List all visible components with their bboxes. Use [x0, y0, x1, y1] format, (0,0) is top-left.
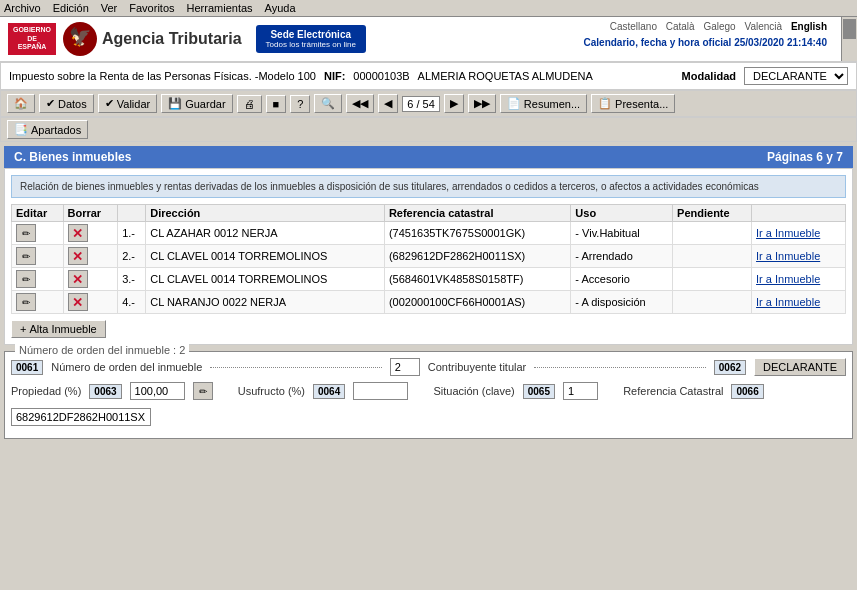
lang-catala[interactable]: Català: [666, 21, 695, 32]
label-situacion: Situación (clave): [433, 385, 514, 397]
row-referencia: (7451635TK7675S0001GK): [384, 222, 570, 245]
zoom-button[interactable]: 🔍: [314, 94, 342, 113]
col-uso: Uso: [571, 205, 673, 222]
section-title: C. Bienes inmuebles: [14, 150, 131, 164]
field-0064: 0064: [313, 384, 345, 399]
nif-label: NIF:: [324, 70, 345, 82]
bottom-form: Número de orden del inmueble : 2 0061 Nú…: [4, 351, 853, 439]
stop-icon: ■: [273, 98, 280, 110]
presenta-button[interactable]: 📋 Presenta...: [591, 94, 675, 113]
sede-badge: Sede Electrónica Todos los trámites on l…: [256, 25, 366, 53]
guardar-button[interactable]: 💾 Guardar: [161, 94, 232, 113]
form-row-1: 0061 Número de orden del inmueble Contri…: [11, 358, 846, 376]
col-borrar: Borrar: [63, 205, 118, 222]
prev-page-button[interactable]: ◀: [378, 94, 398, 113]
lang-galego[interactable]: Galego: [703, 21, 735, 32]
menu-archivo[interactable]: Archivo: [4, 2, 41, 14]
next-page-button[interactable]: ▶: [444, 94, 464, 113]
input-propiedad[interactable]: [130, 382, 185, 400]
menu-edicion[interactable]: Edición: [53, 2, 89, 14]
aeat-logo: 🦅 Agencia Tributaria: [62, 21, 242, 57]
col-editar: Editar: [12, 205, 64, 222]
row-referencia: (6829612DF2862H0011SX): [384, 245, 570, 268]
lang-valencia[interactable]: Valencià: [744, 21, 782, 32]
presenta-icon: 📋: [598, 97, 612, 110]
form-row-2: Propiedad (%) 0063 ✏ Usufructo (%) 0064 …: [11, 382, 846, 426]
ir-inmueble-link-3[interactable]: Ir a Inmueble: [756, 296, 820, 308]
input-referencia[interactable]: [11, 408, 151, 426]
row-uso: - Viv.Habitual: [571, 222, 673, 245]
menubar: Archivo Edición Ver Favoritos Herramient…: [0, 0, 857, 17]
label-propiedad: Propiedad (%): [11, 385, 81, 397]
menu-ver[interactable]: Ver: [101, 2, 118, 14]
edit-row-0-button[interactable]: ✏: [16, 224, 36, 242]
validar-button[interactable]: ✔ Validar: [98, 94, 157, 113]
menu-herramientas[interactable]: Herramientas: [187, 2, 253, 14]
edit-propiedad-button[interactable]: ✏: [193, 382, 213, 400]
lang-english[interactable]: English: [791, 21, 827, 32]
apartados-button[interactable]: 📑 Apartados: [7, 120, 88, 139]
col-referencia: Referencia catastral: [384, 205, 570, 222]
home-button[interactable]: 🏠: [7, 94, 35, 113]
header-scrollbar[interactable]: [841, 17, 857, 61]
datos-icon: ✔: [46, 97, 55, 110]
label-orden: Número de orden del inmueble: [51, 361, 202, 373]
edit-row-3-button[interactable]: ✏: [16, 293, 36, 311]
declarante-button[interactable]: DECLARANTE: [754, 358, 846, 376]
datos-button[interactable]: ✔ Datos: [39, 94, 94, 113]
last-page-button[interactable]: ▶▶: [468, 94, 496, 113]
lang-castellano[interactable]: Castellano: [610, 21, 657, 32]
delete-row-0-button[interactable]: ✕: [68, 224, 88, 242]
help-button[interactable]: ?: [290, 95, 310, 113]
row-uso: - Accesorio: [571, 268, 673, 291]
edit-row-2-button[interactable]: ✏: [16, 270, 36, 288]
apartados-icon: 📑: [14, 123, 28, 136]
first-page-button[interactable]: ◀◀: [346, 94, 374, 113]
stop-button[interactable]: ■: [266, 95, 287, 113]
resumen-button[interactable]: 📄 Resumen...: [500, 94, 587, 113]
toolbar: 🏠 ✔ Datos ✔ Validar 💾 Guardar 🖨 ■ ? 🔍 ◀◀…: [0, 90, 857, 117]
row-pendiente: [673, 268, 752, 291]
date-bar: Calendario, fecha y hora oficial 25/03/2…: [584, 37, 827, 48]
delete-row-2-button[interactable]: ✕: [68, 270, 88, 288]
info-bar: Impuesto sobre la Renta de las Personas …: [0, 62, 857, 90]
input-usufructo[interactable]: [353, 382, 408, 400]
label-contribuyente: Contribuyente titular: [428, 361, 526, 373]
taxpayer-name: ALMERIA ROQUETAS ALMUDENA: [418, 70, 593, 82]
zoom-icon: 🔍: [321, 97, 335, 110]
alta-inmueble-button[interactable]: + Alta Inmueble: [11, 320, 106, 338]
toolbar-row2: 📑 Apartados: [0, 117, 857, 142]
delete-row-3-button[interactable]: ✕: [68, 293, 88, 311]
col-link: [752, 205, 846, 222]
edit-row-1-button[interactable]: ✏: [16, 247, 36, 265]
row-num: 4.-: [118, 291, 146, 314]
modalidad-label: Modalidad: [682, 70, 736, 82]
info-banner: Relación de bienes inmuebles y rentas de…: [11, 175, 846, 198]
row-direccion: CL CLAVEL 0014 TORREMOLINOS: [146, 245, 385, 268]
ir-inmueble-link-2[interactable]: Ir a Inmueble: [756, 273, 820, 285]
input-orden[interactable]: [390, 358, 420, 376]
page-indicator: 6 / 54: [402, 96, 440, 112]
ir-inmueble-link-1[interactable]: Ir a Inmueble: [756, 250, 820, 262]
field-0065: 0065: [523, 384, 555, 399]
row-direccion: CL CLAVEL 0014 TORREMOLINOS: [146, 268, 385, 291]
ir-inmueble-link-0[interactable]: Ir a Inmueble: [756, 227, 820, 239]
col-direccion: Dirección: [146, 205, 385, 222]
delete-row-1-button[interactable]: ✕: [68, 247, 88, 265]
help-icon: ?: [297, 98, 303, 110]
gov-logo: GOBIERNO DE ESPAÑA: [8, 23, 56, 55]
menu-ayuda[interactable]: Ayuda: [265, 2, 296, 14]
table-row: ✏ ✕ 1.- CL AZAHAR 0012 NERJA (7451635TK7…: [12, 222, 846, 245]
row-referencia: (002000100CF66H0001AS): [384, 291, 570, 314]
model-title: Impuesto sobre la Renta de las Personas …: [9, 70, 316, 82]
guardar-icon: 💾: [168, 97, 182, 110]
row-pendiente: [673, 222, 752, 245]
print-icon: 🖨: [244, 98, 255, 110]
menu-favoritos[interactable]: Favoritos: [129, 2, 174, 14]
label-referencia: Referencia Catastral: [623, 385, 723, 397]
row-direccion: CL NARANJO 0022 NERJA: [146, 291, 385, 314]
modalidad-select[interactable]: DECLARANTE: [744, 67, 848, 85]
input-situacion[interactable]: [563, 382, 598, 400]
main-content: Relación de bienes inmuebles y rentas de…: [4, 168, 853, 345]
print-button[interactable]: 🖨: [237, 95, 262, 113]
